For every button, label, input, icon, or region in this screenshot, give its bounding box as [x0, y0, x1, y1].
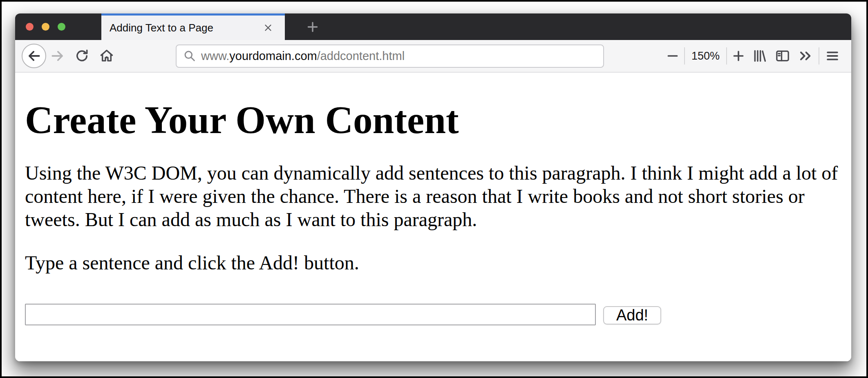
forward-arrow-icon — [50, 48, 65, 64]
navigation-toolbar: www.yourdomain.com/addcontent.html 150% — [15, 40, 851, 73]
figure-frame: Adding Text to a Page — [0, 0, 868, 378]
back-arrow-icon — [26, 48, 42, 64]
sidebar-icon — [774, 48, 791, 64]
sidebar-toggle-button[interactable] — [773, 48, 792, 64]
url-text: www.yourdomain.com/addcontent.html — [201, 49, 405, 63]
add-button[interactable]: Add! — [603, 306, 661, 325]
window-close-button[interactable] — [26, 23, 34, 31]
reload-icon — [75, 49, 89, 63]
zoom-out-button[interactable] — [664, 48, 681, 64]
double-chevron-icon — [798, 48, 813, 64]
page-content: Create Your Own Content Using the W3C DO… — [15, 73, 851, 361]
new-tab-button[interactable] — [297, 13, 328, 40]
toolbar-separator — [684, 47, 685, 64]
page-title: Create Your Own Content — [25, 98, 841, 142]
reload-button[interactable] — [74, 48, 90, 64]
toolbar-separator — [819, 47, 819, 64]
url-domain: yourdomain.com — [229, 49, 317, 62]
toolbar-right-group: 150% — [664, 47, 842, 64]
instruction-text: Type a sentence and click the Add! butto… — [25, 251, 841, 274]
browser-window: Adding Text to a Page — [15, 13, 851, 361]
window-minimize-button[interactable] — [42, 23, 49, 31]
library-icon — [752, 48, 768, 64]
hamburger-menu-button[interactable] — [823, 48, 842, 64]
address-bar[interactable]: www.yourdomain.com/addcontent.html — [176, 44, 604, 68]
plus-icon — [732, 49, 745, 63]
search-icon — [183, 49, 196, 62]
url-path: /addcontent.html — [317, 49, 405, 62]
overflow-menu-button[interactable] — [796, 48, 815, 64]
forward-button[interactable] — [49, 48, 66, 64]
window-zoom-button[interactable] — [58, 23, 65, 31]
url-prefix: www. — [201, 49, 229, 62]
back-button[interactable] — [22, 44, 46, 68]
home-button[interactable] — [98, 48, 115, 64]
zoom-level-indicator[interactable]: 150% — [688, 50, 723, 62]
minus-icon — [666, 49, 680, 63]
hamburger-icon — [825, 48, 840, 64]
toolbar-separator — [726, 47, 727, 64]
sentence-input[interactable] — [25, 304, 596, 325]
intro-paragraph: Using the W3C DOM, you can dynamically a… — [25, 161, 841, 231]
zoom-in-button[interactable] — [730, 48, 747, 64]
window-controls — [26, 13, 65, 40]
tab-bar: Adding Text to a Page — [15, 13, 851, 40]
home-icon — [99, 48, 114, 64]
add-sentence-form: Add! — [25, 304, 841, 325]
tab-close-icon[interactable] — [262, 22, 274, 34]
browser-tab[interactable]: Adding Text to a Page — [101, 13, 285, 40]
library-button[interactable] — [750, 48, 770, 64]
plus-icon — [306, 20, 320, 34]
tab-title: Adding Text to a Page — [110, 22, 213, 34]
